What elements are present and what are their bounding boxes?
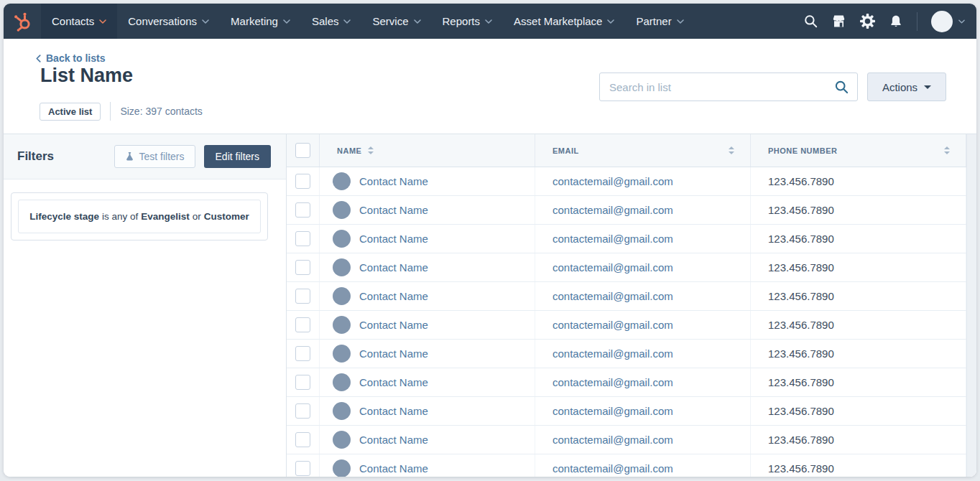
app-window: Contacts Conversations Marketing [4,4,976,477]
row-checkbox[interactable] [295,174,310,189]
row-checkbox[interactable] [295,432,310,447]
name-cell: Contact Name [320,167,535,195]
list-meta: Active list Size: 397 contacts [40,102,203,121]
top-navigation-bar: Contacts Conversations Marketing [4,4,976,39]
contact-name-link[interactable]: Contact Name [359,462,428,475]
test-filters-label: Test filters [139,151,185,162]
filters-panel: Filters Test filters Edit filters Lifecy… [4,134,287,477]
contact-name-link[interactable]: Contact Name [359,405,428,417]
contact-email-link[interactable]: contactemail@gmail.com [553,319,673,331]
contact-name-link[interactable]: Contact Name [359,290,428,302]
name-cell: Contact Name [320,397,535,425]
active-list-badge[interactable]: Active list [40,103,101,121]
table-row: Contact Name contactemail@gmail.com 123.… [287,340,976,368]
contact-email-link[interactable]: contactemail@gmail.com [553,434,673,446]
column-header-phone[interactable]: PHONE NUMBER [751,134,966,167]
email-cell: contactemail@gmail.com [535,225,751,253]
contact-name-link[interactable]: Contact Name [359,175,428,187]
marketplace-icon[interactable] [831,14,846,29]
contact-name-link[interactable]: Contact Name [359,347,428,360]
search-input[interactable] [599,73,858,101]
edit-filters-button[interactable]: Edit filters [204,145,271,168]
nav-divider [917,12,917,31]
contact-email-link[interactable]: contactemail@gmail.com [553,405,673,417]
row-checkbox[interactable] [295,461,310,476]
row-checkbox[interactable] [295,260,310,275]
table-body: Contact Name contactemail@gmail.com 123.… [287,167,976,477]
nav-item-label: Reports [443,15,481,27]
column-header-name[interactable]: NAME [320,134,535,167]
select-all-cell [287,134,320,167]
contact-email-link[interactable]: contactemail@gmail.com [553,204,673,216]
column-label: EMAIL [553,146,579,155]
nav-menu-item[interactable]: Sales [301,4,362,39]
hubspot-logo[interactable] [4,4,41,39]
nav-menu-item[interactable]: Reports [432,4,504,39]
test-filters-button[interactable]: Test filters [114,145,195,168]
nav-item-label: Partner [636,15,671,27]
hubspot-sprocket-icon [11,11,33,32]
contact-name-link[interactable]: Contact Name [359,261,428,274]
search-icon[interactable] [835,80,849,97]
name-cell: Contact Name [320,253,535,281]
contact-phone: 123.456.7890 [768,434,834,446]
contact-email-link[interactable]: contactemail@gmail.com [553,462,673,475]
row-select-cell [287,397,320,425]
chevron-down-icon [677,19,684,24]
contact-avatar [333,172,351,190]
row-checkbox[interactable] [295,231,310,246]
contact-name-link[interactable]: Contact Name [359,319,428,331]
meta-divider [110,102,111,121]
bell-icon[interactable] [889,14,903,29]
contact-name-link[interactable]: Contact Name [359,434,428,446]
contact-email-link[interactable]: contactemail@gmail.com [553,347,673,360]
back-to-lists-link[interactable]: Back to lists [36,52,105,64]
table-row: Contact Name contactemail@gmail.com 123.… [287,282,976,311]
contact-phone: 123.456.7890 [768,175,834,187]
nav-menu-item[interactable]: Marketing [220,4,301,39]
row-select-cell [287,454,320,477]
gear-icon[interactable] [860,14,875,29]
vertical-scrollbar-track[interactable] [966,134,976,477]
sort-icon[interactable] [368,146,374,154]
email-cell: contactemail@gmail.com [535,454,751,477]
contact-email-link[interactable]: contactemail@gmail.com [553,376,673,388]
table-row: Contact Name contactemail@gmail.com 123.… [287,167,976,196]
actions-button[interactable]: Actions [867,73,946,101]
contact-phone: 123.456.7890 [768,462,834,475]
row-checkbox[interactable] [295,346,310,361]
page-header: Back to lists List Name Active list Size… [4,39,976,134]
row-checkbox[interactable] [295,202,310,218]
chevron-down-icon [485,19,492,24]
contact-email-link[interactable]: contactemail@gmail.com [553,261,673,274]
nav-menu-item[interactable]: Asset Marketplace [503,4,625,39]
row-checkbox[interactable] [295,375,310,390]
sort-icon[interactable] [944,146,950,154]
contact-phone: 123.456.7890 [768,261,834,274]
contact-name-link[interactable]: Contact Name [359,376,428,388]
contact-name-link[interactable]: Contact Name [359,233,428,245]
row-checkbox[interactable] [295,403,310,419]
search-icon[interactable] [804,14,818,28]
row-select-cell [287,368,320,396]
contact-email-link[interactable]: contactemail@gmail.com [553,233,673,245]
nav-menu-item[interactable]: Partner [625,4,694,39]
contact-email-link[interactable]: contactemail@gmail.com [553,290,673,302]
contact-email-link[interactable]: contactemail@gmail.com [553,175,673,187]
nav-menu-item[interactable]: Conversations [117,4,220,39]
account-menu[interactable] [931,11,965,32]
nav-menu-item[interactable]: Service [361,4,431,39]
chevron-down-icon [414,19,421,24]
contact-avatar [333,431,351,449]
table-header-row: NAME EMAIL PHONE NUMBER [287,134,976,167]
contact-name-link[interactable]: Contact Name [359,204,428,216]
contact-avatar [333,459,351,477]
sort-icon[interactable] [729,146,734,154]
filter-rule[interactable]: Lifecycle stage is any of Evangelist or … [18,200,261,233]
row-checkbox[interactable] [295,317,310,332]
nav-menu-item[interactable]: Contacts [41,4,117,39]
column-header-email[interactable]: EMAIL [535,134,751,167]
select-all-checkbox[interactable] [295,143,310,158]
row-checkbox[interactable] [295,289,310,304]
search-in-list [599,73,858,101]
